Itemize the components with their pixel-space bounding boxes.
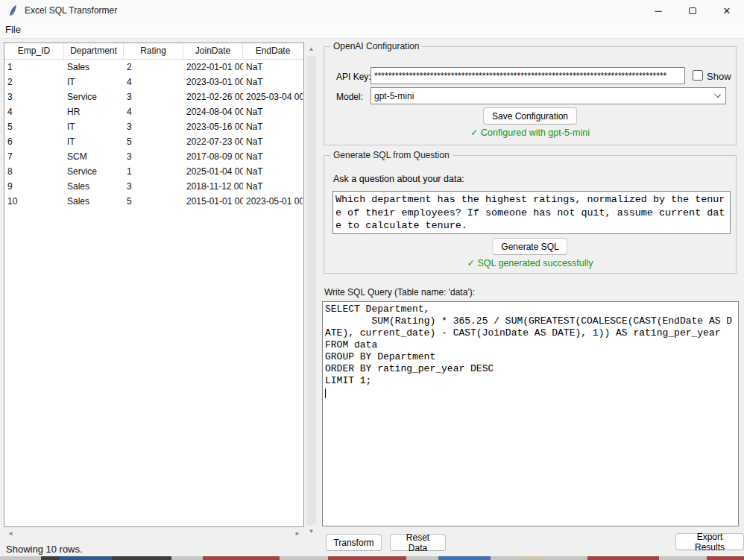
table-cell: 7 (4, 149, 64, 164)
app-feather-icon (7, 4, 19, 16)
table-cell: 1 (124, 164, 183, 179)
table-cell: 2 (4, 75, 64, 89)
table-cell: IT (64, 75, 124, 89)
menu-file[interactable]: File (0, 22, 26, 37)
chevron-down-icon (714, 91, 721, 98)
table-cell: 4 (4, 104, 64, 119)
generate-sql-button[interactable]: Generate SQL (492, 238, 567, 255)
close-button[interactable]: ✕ (710, 0, 744, 21)
table-row[interactable]: 1Sales22022-01-01 00NaT (4, 60, 303, 75)
export-results-button[interactable]: Export Results (675, 533, 744, 550)
model-label: Model: (336, 92, 363, 102)
sql-editor-label: Write SQL Query (Table name: 'data'): (324, 287, 475, 298)
table-cell: 3 (124, 149, 183, 164)
transform-button[interactable]: Transform (326, 534, 382, 551)
vertical-scroll-thumb[interactable] (306, 56, 316, 525)
title-bar[interactable]: Excel SQL Transformer ─ ✕ (0, 0, 744, 21)
minimize-button[interactable]: ─ (641, 0, 675, 21)
column-header[interactable]: Emp_ID (4, 43, 64, 59)
table-cell: 5 (124, 194, 183, 209)
generate-sql-legend: Generate SQL from Question (330, 150, 453, 160)
table-cell: 2018-11-12 00 (183, 179, 243, 194)
text-cursor (325, 388, 326, 398)
table-cell: 2023-05-16 00 (183, 119, 243, 134)
table-cell: SCM (64, 149, 124, 164)
table-vertical-scrollbar[interactable]: ▲ ▼ (305, 43, 318, 538)
table-cell: 2022-07-23 00 (183, 134, 243, 149)
table-cell: 2023-05-01 00 (243, 194, 303, 209)
row-count-status: Showing 10 rows. (6, 544, 83, 555)
table-cell: 1 (4, 60, 64, 75)
table-cell: NaT (243, 75, 303, 89)
column-header[interactable]: EndDate (243, 43, 303, 59)
table-cell: Service (64, 164, 124, 179)
table-cell: 2017-08-09 00 (183, 149, 243, 164)
question-prompt-label: Ask a question about your data: (333, 174, 464, 184)
menu-bar: File (0, 21, 744, 39)
table-row[interactable]: 3Service32021-02-26 002025-03-04 00 (4, 89, 303, 104)
generate-status-text: SQL generated successfully (477, 258, 593, 268)
table-cell: 2022-01-01 00 (183, 60, 243, 75)
table-cell: 5 (4, 119, 64, 134)
background-window-sliver (0, 556, 744, 560)
show-checkbox-label[interactable]: Show (707, 71, 731, 82)
minimize-icon: ─ (655, 6, 661, 16)
scroll-down-icon[interactable]: ▼ (305, 526, 318, 537)
table-cell: Sales (64, 194, 124, 209)
table-cell: 3 (124, 89, 183, 104)
generate-sql-group: Generate SQL from Question Ask a questio… (324, 155, 737, 274)
table-cell: IT (64, 134, 124, 149)
maximize-icon (689, 7, 696, 14)
table-cell: 4 (124, 75, 183, 89)
table-cell: NaT (243, 104, 303, 119)
scroll-left-icon[interactable]: ◄ (5, 528, 16, 539)
generate-status-message: ✓ SQL generated successfully (324, 257, 736, 268)
save-configuration-button[interactable]: Save Configuration (483, 107, 577, 125)
scroll-up-icon[interactable]: ▲ (305, 44, 318, 54)
model-dropdown-value: gpt-5-mini (374, 91, 414, 101)
table-header-row: Emp_IDDepartmentRatingJoinDateEndDate (4, 43, 303, 60)
question-textarea[interactable]: Which department has the highest ratings… (332, 191, 731, 234)
table-cell: 8 (4, 164, 64, 179)
table-row[interactable]: 2IT42023-03-01 00NaT (4, 75, 303, 89)
table-row[interactable]: 8Service12025-01-04 00NaT (4, 164, 303, 179)
table-cell: 10 (4, 194, 64, 209)
table-cell: 2015-01-01 00 (183, 194, 243, 209)
table-cell: IT (64, 119, 124, 134)
column-header[interactable]: Rating (124, 43, 183, 59)
table-row[interactable]: 9Sales32018-11-12 00NaT (4, 179, 303, 194)
reset-data-button[interactable]: Reset Data (390, 534, 446, 551)
table-cell: 2 (124, 60, 183, 75)
api-key-input[interactable] (371, 67, 685, 84)
table-row[interactable]: 5IT32023-05-16 00NaT (4, 119, 303, 134)
table-cell: HR (64, 104, 124, 119)
table-horizontal-scrollbar[interactable]: ◄ ► (4, 528, 304, 539)
table-cell: NaT (243, 149, 303, 164)
config-status-message: ✓ Configured with gpt-5-mini (324, 127, 736, 138)
table-row[interactable]: 6IT52022-07-23 00NaT (4, 134, 303, 149)
table-cell: Service (64, 89, 124, 104)
show-api-key-checkbox[interactable] (693, 70, 703, 81)
sql-query-editor[interactable]: SELECT Department, SUM(Rating) * 365.25 … (322, 301, 739, 526)
column-header[interactable]: JoinDate (183, 43, 243, 59)
table-row[interactable]: 10Sales52015-01-01 002023-05-01 00 (4, 194, 303, 209)
table-cell: 2023-03-01 00 (183, 75, 243, 89)
column-header[interactable]: Department (64, 43, 124, 59)
maximize-button[interactable] (675, 0, 710, 21)
table-cell: NaT (243, 60, 303, 75)
table-row[interactable]: 4HR42024-08-04 00NaT (4, 104, 303, 119)
table-cell: Sales (64, 179, 124, 194)
table-cell: NaT (243, 119, 303, 134)
config-status-text: Configured with gpt-5-mini (481, 128, 590, 138)
scroll-right-icon[interactable]: ► (292, 528, 303, 539)
model-dropdown[interactable]: gpt-5-mini (371, 87, 726, 104)
openai-configuration-group: OpenAI Configuration API Key: Show Model… (324, 46, 737, 145)
table-cell: 4 (124, 104, 183, 119)
api-key-label: API Key: (336, 72, 371, 82)
data-table[interactable]: Emp_IDDepartmentRatingJoinDateEndDate1Sa… (4, 43, 304, 527)
table-cell: 5 (124, 134, 183, 149)
table-row[interactable]: 7SCM32017-08-09 00NaT (4, 149, 303, 164)
window-title: Excel SQL Transformer (25, 5, 117, 16)
table-cell: 3 (4, 89, 64, 104)
table-cell: NaT (243, 164, 303, 179)
